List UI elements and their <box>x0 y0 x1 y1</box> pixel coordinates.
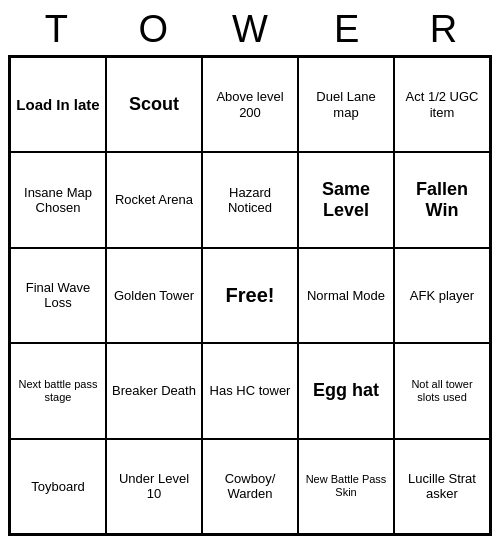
grid-cell-2-2: Free! <box>202 248 298 343</box>
grid-cell-3-2: Has HC tower <box>202 343 298 438</box>
grid-cell-4-1: Under Level 10 <box>106 439 202 534</box>
title-letter-w: W <box>202 8 299 51</box>
grid-cell-2-3: Normal Mode <box>298 248 394 343</box>
grid-cell-2-0: Final Wave Loss <box>10 248 106 343</box>
grid-cell-0-2: Above level 200 <box>202 57 298 152</box>
title-letter-r: R <box>395 8 492 51</box>
grid-cell-2-1: Golden Tower <box>106 248 202 343</box>
grid-cell-3-0: Next battle pass stage <box>10 343 106 438</box>
grid-cell-1-0: Insane Map Chosen <box>10 152 106 247</box>
bingo-title: TOWER <box>8 8 492 51</box>
grid-cell-4-3: New Battle Pass Skin <box>298 439 394 534</box>
grid-cell-0-3: Duel Lane map <box>298 57 394 152</box>
grid-cell-4-2: Cowboy/ Warden <box>202 439 298 534</box>
grid-cell-0-1: Scout <box>106 57 202 152</box>
grid-cell-1-3: Same Level <box>298 152 394 247</box>
grid-cell-1-1: Rocket Arena <box>106 152 202 247</box>
grid-cell-1-2: Hazard Noticed <box>202 152 298 247</box>
grid-cell-0-4: Act 1/2 UGC item <box>394 57 490 152</box>
bingo-grid: Load In lateScoutAbove level 200Duel Lan… <box>8 55 492 536</box>
title-letter-o: O <box>105 8 202 51</box>
grid-cell-3-1: Breaker Death <box>106 343 202 438</box>
grid-cell-4-4: Lucille Strat asker <box>394 439 490 534</box>
grid-cell-4-0: Toyboard <box>10 439 106 534</box>
grid-cell-2-4: AFK player <box>394 248 490 343</box>
grid-cell-1-4: Fallen Win <box>394 152 490 247</box>
title-letter-t: T <box>8 8 105 51</box>
title-letter-e: E <box>298 8 395 51</box>
grid-cell-0-0: Load In late <box>10 57 106 152</box>
grid-cell-3-3: Egg hat <box>298 343 394 438</box>
grid-cell-3-4: Not all tower slots used <box>394 343 490 438</box>
